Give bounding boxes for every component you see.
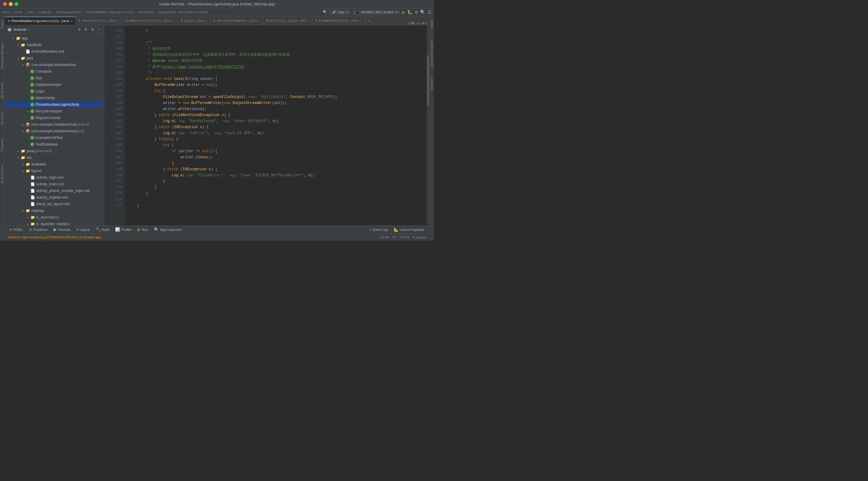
tab-login-close[interactable]: ✕ [206, 19, 207, 23]
breadcrumb-imitatewechat[interactable]: imitatewechat [56, 10, 82, 14]
tree-item-register-xml[interactable]: 📄 activity_register.xml [5, 194, 104, 201]
tree-item-java-generated[interactable]: 📁 java (generated) [5, 148, 104, 154]
breadcrumb-listener[interactable]: anonymous OnClickListener [158, 10, 208, 14]
terminal-button[interactable]: ▶ Terminal [51, 226, 73, 233]
maximize-button[interactable] [14, 2, 19, 6]
tree-item-recycler[interactable]: C RecyclerAdapter [5, 108, 104, 115]
emulator-label[interactable]: Emulator [430, 75, 434, 92]
tree-arrow-app[interactable] [11, 36, 16, 41]
tree-item-package-main[interactable]: 📦 com.example.imitatewechat [5, 62, 104, 68]
tree-arrow-manifests[interactable] [16, 42, 21, 47]
tree-arrow-pkg-android[interactable] [21, 122, 25, 127]
tree-arrow-layout[interactable] [21, 168, 25, 173]
debug-button[interactable]: 🐛 [407, 10, 412, 15]
tree-arrow-mipmap[interactable] [21, 208, 25, 213]
profiler-button[interactable]: 📊 Profiler [113, 226, 134, 233]
tree-item-res[interactable]: 📁 res [5, 154, 104, 161]
structure-label[interactable]: Structure [0, 110, 4, 127]
tree-item-manifests[interactable]: 📁 manifests [5, 41, 104, 48]
sidebar-minimize-btn[interactable]: — [97, 27, 101, 32]
tab-phone-login[interactable]: C PhoneNumberLoginActivity.java ✕ [5, 17, 76, 25]
code-mini-scrollbar[interactable] [427, 25, 429, 225]
tree-arrow-java-gen[interactable] [16, 149, 21, 153]
breadcrumb-java[interactable]: java [15, 10, 23, 14]
breadcrumb-main[interactable]: main [2, 10, 10, 14]
tree-arrow-pkg-test[interactable] [21, 129, 25, 133]
tree-item-dao[interactable]: C Dao [5, 75, 104, 82]
tab-phone-close[interactable]: ✕ [70, 19, 72, 23]
tree-arrow-java[interactable] [16, 56, 21, 61]
tree-arrow-package[interactable] [21, 62, 25, 67]
app-dropdown[interactable]: 🚀 app ▾ [330, 10, 351, 14]
tree-item-androidmanifest[interactable]: 📄 AndroidManifest.xml [5, 48, 104, 55]
minimize-button[interactable] [9, 2, 13, 6]
collapse-warnings-btn[interactable]: ▲ [422, 22, 424, 25]
project-tool-label[interactable]: Project [0, 18, 4, 32]
layout-inspector-button[interactable]: 📐 Layout Inspector [392, 226, 427, 233]
sidebar-dropdown-arrow[interactable]: ▾ [28, 27, 30, 31]
code-scroll-area[interactable]: ▾ ▾ ▾ ▾ [104, 25, 429, 225]
app-inspection-button[interactable]: 🔍 App Inspection [152, 226, 184, 233]
run-bottom-button[interactable]: ▶ Run [135, 226, 150, 233]
tree-item-registeractivity[interactable]: C RegisterActivity [5, 115, 104, 121]
gutter-148[interactable]: ▾ [104, 40, 110, 46]
favorites-label[interactable]: Favorites [0, 136, 4, 153]
build-variants-label[interactable]: Build Variants [0, 162, 4, 186]
tab-login[interactable]: C Login.java ✕ [178, 17, 211, 25]
tab-main-activity[interactable]: C MainActivity.java ✕ [76, 17, 123, 25]
tab-main-close[interactable]: ✕ [118, 19, 119, 23]
db-browser-label[interactable]: DB Browser [0, 80, 4, 101]
gutter-160[interactable]: ▾ [104, 112, 110, 118]
build-button[interactable]: 🔨 Build [93, 226, 112, 233]
more-actions-icon[interactable]: ☰ [428, 10, 432, 15]
tree-item-constants[interactable]: C Constants [5, 68, 104, 75]
tree-item-login[interactable]: C Login [5, 88, 104, 95]
tree-item-java[interactable]: 📁 java [5, 55, 104, 62]
tab-recycler-close[interactable]: ✕ [258, 19, 260, 23]
tree-item-phone-xml[interactable]: 📄 activity_phone_number_login.xml [5, 188, 104, 194]
tree-item-activity-login-xml[interactable]: 📄 activity_login.xml [5, 174, 104, 181]
breadcrumb-method[interactable]: onCreate [138, 10, 154, 14]
tree-item-ic-launcher-round[interactable]: 📁 ic_launcher_round (6) [5, 221, 104, 225]
tree-item-dbhelper[interactable]: C DatabaseHelper [5, 82, 104, 88]
tab-unit-close[interactable]: ✕ [360, 19, 362, 23]
tree-item-package-test[interactable]: 📦 com.example.imitatewechat (test) [5, 128, 104, 134]
tab-example-unit[interactable]: C ExampleUnitTest.java ✕ [312, 17, 365, 25]
tab-activity-login-xml[interactable]: X activity_login.xml ✕ [264, 17, 313, 25]
file-tree[interactable]: 📁 app 📁 manifests [5, 34, 104, 225]
device-dropdown[interactable]: 📱 HUAWEI HRY-AL00a ▾ [353, 10, 400, 14]
close-button[interactable] [3, 2, 7, 6]
tree-arrow-ic-launcher[interactable] [25, 215, 30, 220]
settings-icon[interactable]: ⚙ [415, 10, 418, 15]
tree-item-drawable[interactable]: 📁 drawable [5, 161, 104, 167]
tree-item-exampleunit[interactable]: C ExampleUnitTest [5, 134, 104, 141]
tab-register[interactable]: C RegisterActivity.java ✕ [123, 17, 178, 25]
run-button[interactable]: ▶ [402, 9, 405, 15]
breadcrumb-classname[interactable]: PhoneNumberLoginActivity [86, 10, 134, 14]
expand-warnings-btn[interactable]: ▼ [425, 22, 427, 25]
tree-item-ic-launcher[interactable]: 📁 ic_launcher (6) [5, 214, 104, 221]
todo-button[interactable]: ≡ TODO [7, 226, 25, 233]
event-log-button[interactable]: ● Event Log [367, 226, 390, 233]
logcat-button[interactable]: ≡ Logcat [74, 226, 92, 233]
tree-item-layout[interactable]: 📁 layout [5, 167, 104, 174]
tree-item-mainactivity[interactable]: C MainActivity [5, 95, 104, 101]
resource-manager-label[interactable]: Resource Manager [0, 41, 4, 71]
device-file-explorer-label[interactable]: Device File Explorer [430, 37, 434, 69]
gutter-164[interactable]: ▾ [104, 136, 110, 142]
tree-item-activity-main-xml[interactable]: 📄 activity_main.xml [5, 181, 104, 188]
sidebar-locate-btn[interactable]: ⊙ [77, 27, 82, 32]
sidebar-collapse-btn[interactable]: ⊟ [84, 27, 88, 32]
tab-recycler[interactable]: C RecyclerAdapter.java ✕ [211, 17, 264, 25]
sidebar-settings-btn[interactable]: ⚙ [90, 27, 95, 32]
search-icon[interactable]: 🔍 [323, 10, 327, 14]
tree-item-friend-list-xml[interactable]: 📄 friend_list_layout.xml [5, 201, 104, 207]
gradle-label[interactable]: Gradle [430, 18, 434, 31]
tree-item-app[interactable]: 📁 app [5, 35, 104, 41]
toolbar-search-icon[interactable]: 🔍 [420, 10, 425, 15]
tree-item-mipmap[interactable]: 📁 mipmap [5, 207, 104, 214]
tree-arrow-ic-round[interactable] [25, 222, 30, 225]
tree-item-phonenumberloginactivity[interactable]: C PhoneNumberLoginActivity [5, 101, 104, 108]
gutter-156[interactable]: ▾ [104, 88, 110, 94]
tab-overflow[interactable]: ▾ [365, 17, 373, 25]
